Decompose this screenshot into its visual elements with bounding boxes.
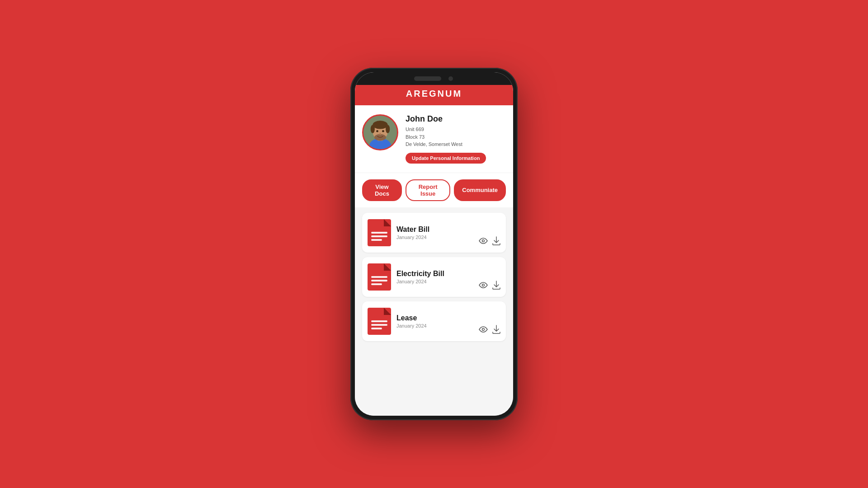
phone-frame: AREGNUM [350,68,518,420]
scroll-content[interactable]: John Doe Unit 669 Block 73 De Velde, Som… [355,105,513,416]
app-header: AREGNUM [355,85,513,105]
lease-download-icon[interactable] [492,325,500,336]
notch-pill [414,76,441,81]
water-bill-card: Water Bill January 2024 [362,213,506,253]
action-buttons-row: View Docs Report Issue Communiate [355,173,513,207]
app-title: AREGNUM [406,89,462,99]
svg-rect-23 [371,283,382,285]
electricity-bill-view-icon[interactable] [479,282,488,290]
svg-point-4 [373,121,387,129]
lease-card: Lease January 2024 [362,301,506,341]
electricity-bill-download-icon[interactable] [492,281,500,291]
svg-point-17 [482,239,485,242]
electricity-bill-card: Electricity Bill January 2024 [362,257,506,297]
svg-rect-29 [371,324,387,326]
svg-point-8 [382,130,384,132]
profile-location: De Velde, Somerset West [406,141,462,147]
documents-list: Water Bill January 2024 [355,207,513,347]
lease-title: Lease [396,314,500,322]
communiate-button[interactable]: Communiate [454,179,506,201]
water-bill-view-icon[interactable] [479,238,488,246]
avatar [362,114,398,150]
lease-icon [368,308,391,335]
lease-actions [479,325,500,336]
svg-point-7 [376,130,378,132]
notch-camera [448,76,453,81]
svg-point-24 [482,284,485,286]
profile-block: Block 73 [406,134,425,140]
svg-rect-22 [371,280,387,282]
svg-point-31 [482,328,485,330]
svg-rect-21 [371,276,387,278]
electricity-bill-actions [479,281,500,291]
svg-point-5 [371,125,375,133]
update-personal-info-button[interactable]: Update Personal Information [406,153,486,164]
report-issue-button[interactable]: Report Issue [406,179,450,201]
phone-screen: AREGNUM [355,72,513,416]
profile-details: Unit 669 Block 73 De Velde, Somerset Wes… [406,126,506,148]
water-bill-download-icon[interactable] [492,236,500,247]
profile-unit: Unit 669 [406,127,424,132]
svg-rect-15 [371,235,387,237]
svg-rect-14 [371,232,387,234]
profile-info: John Doe Unit 669 Block 73 De Velde, Som… [406,114,506,164]
profile-name: John Doe [406,114,506,124]
svg-point-10 [379,133,381,135]
profile-card: John Doe Unit 669 Block 73 De Velde, Som… [355,105,513,173]
electricity-bill-title: Electricity Bill [396,270,500,278]
view-docs-button[interactable]: View Docs [362,179,402,201]
notch-bar [355,72,513,85]
notch [407,74,461,84]
electricity-bill-icon [368,263,391,291]
svg-rect-30 [371,328,382,329]
svg-rect-28 [371,320,387,322]
water-bill-title: Water Bill [396,225,500,234]
water-bill-icon [368,219,391,246]
water-bill-actions [479,236,500,247]
svg-point-6 [386,125,390,133]
svg-rect-16 [371,239,382,241]
lease-view-icon[interactable] [479,326,488,334]
